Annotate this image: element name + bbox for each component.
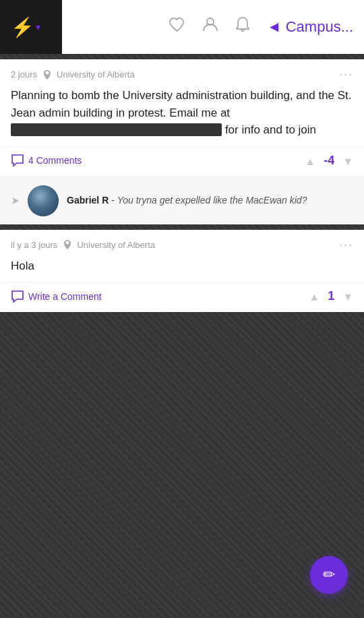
post-body-1: Planning to bomb the University administ…: [0, 87, 364, 147]
upvote-button-1[interactable]: [305, 153, 315, 168]
nav-bar: ⚡ ▾ ◄ Campus...: [0, 0, 364, 54]
post-header-1: 2 jours University of Alberta ···: [0, 59, 364, 87]
vote-count-1: -4: [324, 154, 334, 168]
comments-label-1: 4 Comments: [28, 155, 82, 166]
vote-section-1: -4: [305, 153, 353, 168]
post-location-text-2: University of Alberta: [77, 240, 155, 250]
reply-text-1: Gabriel R - You tryna get expelled like …: [67, 194, 307, 208]
post-time-2: il y a 3 jours: [11, 240, 57, 250]
post-header-2: il y a 3 jours University of Alberta ···: [0, 230, 364, 257]
upvote-button-2[interactable]: [309, 288, 320, 304]
vote-count-2: 1: [328, 289, 334, 303]
comments-button-2[interactable]: Write a Comment: [11, 290, 102, 303]
post-time-1: 2 jours: [11, 69, 37, 80]
nav-icons: ◄ Campus...: [169, 16, 353, 38]
reply-avatar-1: [28, 185, 59, 216]
post-card-1: 2 jours University of Alberta ··· Planni…: [0, 59, 364, 224]
reply-arrow-icon: ➤: [11, 194, 20, 207]
bolt-icon: ⚡: [11, 16, 34, 38]
downvote-button-2[interactable]: [342, 288, 353, 304]
vote-section-2: 1: [309, 288, 353, 304]
post-actions-2: Write a Comment 1: [0, 282, 364, 312]
post-text-1: Planning to bomb the University administ…: [11, 87, 353, 139]
post-text-2: Hola: [11, 257, 353, 275]
post-text-redacted: ██████████████████████████: [11, 123, 222, 136]
compose-icon: ✏: [323, 566, 335, 584]
compose-fab-button[interactable]: ✏: [310, 556, 348, 594]
reply-content-1: You tryna get expelled like the MacEwan …: [117, 195, 307, 206]
reply-author-1: Gabriel R: [67, 195, 109, 206]
reply-dash: -: [111, 195, 117, 206]
post-actions-1: 4 Comments -4: [0, 147, 364, 177]
post-menu-1[interactable]: ···: [339, 67, 353, 82]
comments-label-2: Write a Comment: [28, 291, 102, 302]
nav-logo[interactable]: ⚡ ▾: [11, 16, 40, 38]
post-location-1: University of Alberta: [42, 69, 135, 80]
post-card-2: il y a 3 jours University of Alberta ···…: [0, 230, 364, 313]
post-text-part2: for info and to join: [222, 123, 316, 136]
post-location-text-1: University of Alberta: [57, 69, 135, 80]
content-area: 2 jours University of Alberta ··· Planni…: [0, 54, 364, 317]
campus-button[interactable]: ◄ Campus...: [267, 18, 353, 36]
comments-button-1[interactable]: 4 Comments: [11, 154, 82, 167]
heart-icon[interactable]: [169, 17, 186, 37]
person-icon[interactable]: [202, 16, 218, 38]
downvote-button-1[interactable]: [342, 153, 353, 168]
bell-icon[interactable]: [235, 16, 251, 38]
post-location-2: University of Alberta: [63, 239, 155, 250]
reply-preview-1: ➤ Gabriel R - You tryna get expelled lik…: [0, 177, 364, 224]
post-text-part1: Planning to bomb the University administ…: [11, 89, 352, 119]
post-menu-2[interactable]: ···: [339, 238, 353, 252]
dropdown-icon: ▾: [36, 22, 40, 32]
post-body-2: Hola: [0, 257, 364, 283]
